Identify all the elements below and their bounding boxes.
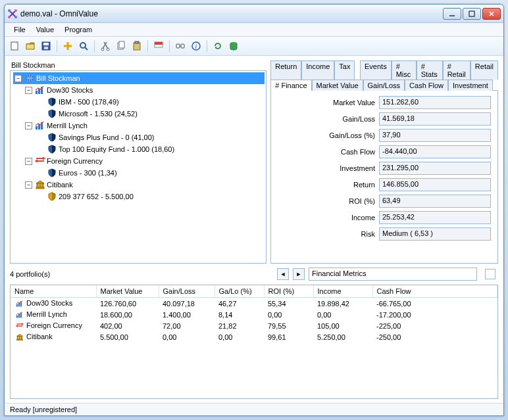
open-button[interactable]	[23, 39, 38, 53]
flag-button[interactable]	[151, 39, 166, 53]
field-label: Return	[303, 181, 375, 189]
table-row[interactable]: Foreign Currency402,0072,0021,8279,55105…	[11, 320, 497, 331]
cell-mv: 402,00	[96, 320, 159, 331]
menubar: File Value Program	[5, 23, 503, 37]
cell-roi: 0,00	[264, 309, 313, 320]
tree-top100[interactable]: Top 100 Equity Fund - 1.000 (18,60)	[34, 143, 265, 155]
save-button[interactable]	[39, 39, 53, 53]
svg-rect-30	[469, 11, 474, 16]
cell-cf: -17.200,00	[372, 309, 497, 320]
cell-glp: 8,14	[215, 309, 264, 320]
field-label: Cash Flow	[303, 148, 375, 156]
col-roi[interactable]: ROI (%)	[264, 285, 313, 298]
chart-icon	[35, 85, 45, 95]
tab-misc[interactable]: # Misc	[392, 60, 417, 80]
tree-microsoft[interactable]: Microsoft - 1.530 (24,52)	[34, 108, 265, 120]
refresh-button[interactable]	[211, 39, 225, 53]
expander-icon[interactable]: −	[25, 87, 32, 94]
col-cf[interactable]: Cash Flow	[372, 285, 497, 298]
cell-mv: 5.500,00	[96, 331, 159, 342]
tab-cash-flow[interactable]: Cash Flow	[405, 80, 448, 91]
tab-retailhash[interactable]: # Retail	[443, 60, 470, 80]
cell-mv: 126.760,60	[96, 298, 159, 310]
table-row[interactable]: Dow30 Stocks126.760,6040.097,1846,2755,3…	[11, 298, 497, 310]
tree-view[interactable]: − Bill Stockman − Dow30 Stocks	[10, 70, 267, 264]
tree-item-label: Foreign Currency	[47, 157, 103, 165]
cell-glp: 46,27	[215, 298, 264, 310]
tree-root[interactable]: − Bill Stockman	[13, 72, 265, 84]
tree-merrill[interactable]: − Merrill Lynch	[24, 120, 265, 131]
col-inc[interactable]: Income	[313, 285, 372, 298]
portfolio-table[interactable]: Name Market Value Gain/Loss Ga/Lo (%) RO…	[10, 285, 498, 399]
tree-account[interactable]: 209 377 652 - 5.500,00	[34, 191, 265, 202]
col-name[interactable]: Name	[11, 285, 96, 298]
svg-point-26	[8, 9, 11, 12]
cell-inc: 105,00	[313, 320, 372, 331]
menu-value[interactable]: Value	[31, 24, 59, 35]
tab-finance[interactable]: # Finance	[270, 80, 311, 91]
maximize-button[interactable]	[463, 8, 481, 20]
cell-gl: 1.400,00	[159, 309, 215, 320]
col-mv[interactable]: Market Value	[96, 285, 159, 298]
expander-icon[interactable]: −	[25, 122, 32, 129]
tab-tax[interactable]: Tax	[334, 60, 355, 80]
tabs-top: Return Income Tax Events # Misc # Stats …	[270, 60, 498, 79]
add-button[interactable]	[61, 39, 75, 53]
new-button[interactable]	[7, 39, 22, 53]
link-button[interactable]	[173, 39, 188, 53]
col-glp[interactable]: Ga/Lo (%)	[215, 285, 264, 298]
menu-program[interactable]: Program	[59, 24, 97, 35]
prev-button[interactable]: ◄	[277, 268, 289, 280]
info-button[interactable]	[189, 39, 203, 53]
tree-item-label: Dow30 Stocks	[47, 86, 93, 94]
investment-field: 231.295,00	[379, 162, 491, 175]
portfolio-count: 4 portfolio(s)	[10, 269, 273, 279]
cell-cf: -250,00	[372, 331, 497, 342]
cell-inc: 0,00	[313, 309, 372, 320]
tab-return[interactable]: Return	[270, 60, 301, 80]
tab-income[interactable]: Income	[301, 60, 334, 80]
tree-item-label: IBM - 500 (178,49)	[59, 98, 119, 106]
cell-roi: 55,34	[264, 298, 313, 310]
minimize-button[interactable]	[443, 8, 461, 20]
tab-stats[interactable]: # Stats	[417, 60, 443, 80]
paste-button[interactable]	[130, 39, 144, 53]
db-button[interactable]	[226, 39, 241, 53]
table-row[interactable]: Citibank5.500,000,000,0099,615.250,00-25…	[11, 331, 497, 342]
tree-item-label: Microsoft - 1.530 (24,52)	[59, 110, 138, 118]
expander-icon[interactable]: −	[25, 181, 32, 189]
tree-savings[interactable]: Savings Plus Fund - 0 (41,00)	[34, 131, 265, 143]
copy-button[interactable]	[114, 39, 128, 53]
tree-ibm[interactable]: IBM - 500 (178,49)	[34, 96, 265, 108]
tab-investment[interactable]: Investment	[448, 80, 493, 91]
expander-icon[interactable]: −	[25, 158, 32, 165]
tree-foreign[interactable]: − Foreign Currency	[24, 155, 265, 167]
income-field: 25.253,42	[379, 211, 491, 224]
tree-dow30[interactable]: − Dow30 Stocks	[24, 84, 265, 96]
tree-item-label: Merrill Lynch	[47, 122, 88, 129]
tree-item-label: Citibank	[47, 181, 73, 189]
tab-retail[interactable]: Retail	[470, 60, 498, 80]
cell-gl: 40.097,18	[159, 298, 215, 310]
currency-icon	[35, 156, 45, 166]
tab-gain-loss[interactable]: Gain/Loss	[363, 80, 405, 91]
svg-point-29	[8, 16, 11, 18]
tab-events[interactable]: Events	[360, 60, 392, 80]
tree-item-label: 209 377 652 - 5.500,00	[59, 193, 134, 200]
next-button[interactable]: ►	[293, 268, 305, 280]
metrics-checkbox[interactable]	[485, 269, 495, 279]
cut-button[interactable]	[98, 39, 113, 53]
tabs-bottom: # Finance Market Value Gain/Loss Cash Fl…	[270, 79, 498, 90]
table-row[interactable]: Merrill Lynch18.600,001.400,008,140,000,…	[11, 309, 497, 320]
tree-euros[interactable]: Euros - 300 (1,34)	[34, 167, 265, 179]
tree-citibank[interactable]: − Citibank	[24, 179, 265, 191]
expander-icon[interactable]: −	[14, 75, 22, 82]
col-gl[interactable]: Gain/Loss	[159, 285, 215, 298]
close-button[interactable]	[482, 8, 501, 20]
tab-market-value[interactable]: Market Value	[312, 80, 363, 91]
tree-root-label: Bill Stockman	[36, 74, 80, 82]
search-button[interactable]	[76, 39, 91, 53]
menu-file[interactable]: File	[9, 24, 31, 35]
field-label: Gain/Loss	[303, 115, 375, 123]
cell-glp: 21,82	[215, 320, 264, 331]
